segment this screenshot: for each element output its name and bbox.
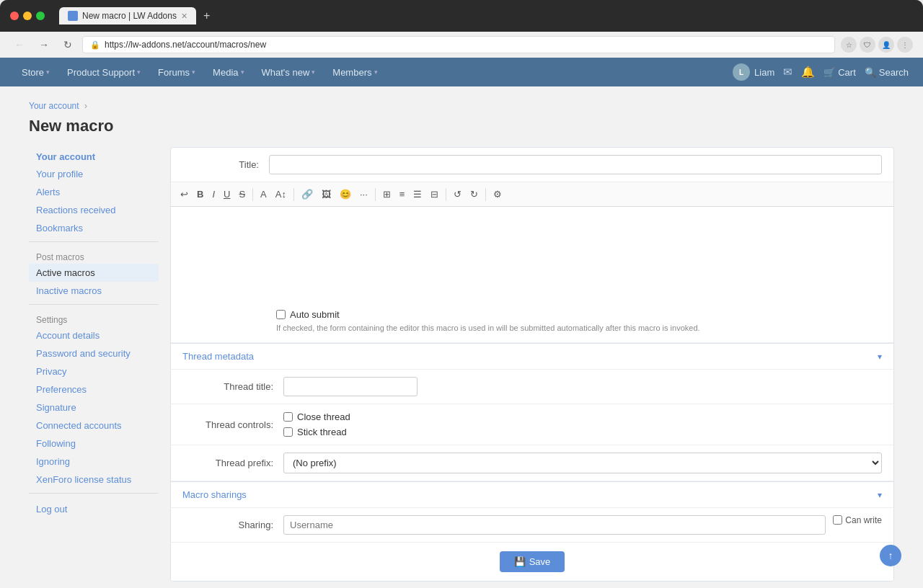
url-bar[interactable]: 🔒 https://lw-addons.net/account/macros/n…: [82, 36, 835, 53]
toolbar-image-button[interactable]: 🖼: [318, 187, 335, 202]
sidebar-item-xenforo-license[interactable]: XenForo license status: [29, 471, 159, 489]
stick-thread-label[interactable]: Stick thread: [297, 427, 347, 437]
chevron-down-icon: ▾: [192, 68, 195, 76]
sidebar-section-settings: Settings: [29, 309, 159, 326]
toolbar-bold-button[interactable]: B: [193, 187, 207, 202]
sidebar-item-password-security[interactable]: Password and security: [29, 344, 159, 362]
toolbar-grid-button[interactable]: ⊟: [427, 187, 442, 202]
thread-prefix-value: (No prefix): [283, 453, 882, 473]
toolbar-settings-button[interactable]: ⚙: [490, 187, 505, 202]
chevron-down-icon: ▾: [46, 68, 50, 76]
stick-thread-checkbox[interactable]: [283, 427, 293, 437]
chevron-down-icon: ▾: [374, 68, 378, 76]
toolbar-underline-button[interactable]: U: [220, 187, 234, 202]
thread-controls-row: Thread controls: Close thread: [171, 404, 893, 445]
toolbar-font-color-button[interactable]: A: [257, 187, 270, 202]
toolbar-table-button[interactable]: ⊞: [379, 187, 394, 202]
mail-icon[interactable]: ✉: [783, 66, 792, 79]
sidebar-item-profile[interactable]: Your profile: [29, 165, 159, 183]
sidebar-item-connected-accounts[interactable]: Connected accounts: [29, 416, 159, 435]
thread-title-input[interactable]: [283, 377, 418, 396]
save-button[interactable]: 💾 Save: [500, 551, 565, 572]
url-text: https://lw-addons.net/account/macros/new: [105, 40, 266, 50]
editor-body[interactable]: [171, 207, 893, 300]
close-button[interactable]: [10, 12, 19, 20]
cart-button[interactable]: 🛒 Cart: [823, 67, 856, 78]
toolbar-italic-button[interactable]: I: [208, 187, 218, 202]
page-title: New macro: [29, 117, 894, 135]
sidebar-item-signature[interactable]: Signature: [29, 398, 159, 416]
nav-store[interactable]: Store ▾: [14, 61, 57, 84]
sharing-username-input[interactable]: [283, 515, 826, 535]
sharing-value: Can write: [283, 515, 882, 535]
back-button[interactable]: ←: [10, 37, 29, 52]
sidebar-item-privacy[interactable]: Privacy: [29, 362, 159, 380]
new-tab-button[interactable]: +: [200, 9, 213, 22]
toolbar-align-button[interactable]: ≡: [396, 187, 409, 202]
toolbar-list-button[interactable]: ☰: [410, 187, 425, 202]
extension-button[interactable]: 🛡: [860, 37, 875, 53]
sidebar-divider-2: [29, 304, 159, 305]
toolbar-strikethrough-button[interactable]: S: [235, 187, 249, 202]
sidebar-item-ignoring[interactable]: Ignoring: [29, 453, 159, 471]
toolbar-emoji-button[interactable]: 😊: [336, 187, 355, 202]
active-tab[interactable]: New macro | LW Addons ✕: [59, 7, 196, 24]
toolbar-undo-button[interactable]: ↺: [450, 187, 465, 202]
macro-sharings-header[interactable]: Macro sharings ▾: [171, 481, 893, 507]
auto-submit-checkbox[interactable]: [276, 310, 286, 319]
macro-sharings-content: Sharing: Can write: [171, 507, 893, 543]
bookmark-button[interactable]: ☆: [841, 37, 857, 53]
breadcrumb-link[interactable]: Your account: [29, 101, 79, 111]
title-label: Title:: [182, 159, 269, 170]
thread-metadata-header[interactable]: Thread metadata ▾: [171, 343, 893, 369]
thread-prefix-select[interactable]: (No prefix): [283, 453, 882, 473]
thread-prefix-label: Thread prefix:: [182, 458, 283, 468]
sidebar-logout[interactable]: Log out: [29, 498, 159, 520]
sidebar-item-following[interactable]: Following: [29, 435, 159, 453]
minimize-button[interactable]: [23, 12, 32, 20]
forward-button[interactable]: →: [35, 37, 53, 52]
nav-forums[interactable]: Forums ▾: [151, 61, 203, 84]
bell-icon[interactable]: 🔔: [801, 66, 815, 79]
nav-whats-new[interactable]: What's new ▾: [255, 61, 323, 84]
menu-button[interactable]: ⋮: [897, 37, 913, 53]
close-thread-label[interactable]: Close thread: [297, 411, 350, 422]
search-button[interactable]: 🔍 Search: [865, 67, 909, 78]
sidebar-item-active-macros[interactable]: Active macros: [29, 264, 159, 282]
maximize-button[interactable]: [36, 12, 45, 20]
toolbar-font-size-button[interactable]: A↕: [272, 187, 290, 202]
nav-media[interactable]: Media ▾: [206, 61, 251, 84]
address-bar: ← → ↻ 🔒 https://lw-addons.net/account/ma…: [0, 32, 923, 58]
sidebar-item-reactions[interactable]: Reactions received: [29, 201, 159, 219]
reload-button[interactable]: ↻: [59, 37, 76, 52]
can-write-label[interactable]: Can write: [845, 515, 882, 525]
sidebar-item-account-details[interactable]: Account details: [29, 326, 159, 344]
sidebar-item-alerts[interactable]: Alerts: [29, 183, 159, 201]
sidebar-item-bookmarks[interactable]: Bookmarks: [29, 219, 159, 237]
nav-product-support[interactable]: Product Support ▾: [60, 61, 148, 84]
toolbar-separator-3: [375, 188, 376, 201]
sidebar-item-inactive-macros[interactable]: Inactive macros: [29, 282, 159, 300]
toolbar-more-button[interactable]: ···: [356, 187, 371, 202]
sharing-label: Sharing:: [182, 520, 283, 530]
sidebar-item-preferences[interactable]: Preferences: [29, 380, 159, 398]
auto-submit-label[interactable]: Auto submit: [290, 309, 340, 320]
tab-close-button[interactable]: ✕: [181, 12, 187, 21]
profile-button[interactable]: 👤: [878, 37, 894, 53]
user-menu[interactable]: L Liam: [733, 63, 774, 81]
thread-metadata-content: Thread title: Thread controls:: [171, 369, 893, 481]
chevron-down-icon: ▾: [241, 68, 244, 76]
title-input[interactable]: [269, 155, 882, 174]
toolbar-separator-5: [485, 188, 486, 201]
tab-favicon: [68, 11, 78, 21]
can-write-checkbox[interactable]: [833, 515, 842, 525]
close-thread-checkbox[interactable]: [283, 412, 293, 422]
toolbar-redo-button[interactable]: ↻: [467, 187, 482, 202]
thread-title-label: Thread title:: [182, 381, 283, 392]
thread-metadata-arrow-icon: ▾: [878, 352, 882, 362]
toolbar-undo-icon[interactable]: ↩: [177, 187, 192, 202]
toolbar-separator-4: [446, 188, 446, 201]
nav-members[interactable]: Members ▾: [325, 61, 384, 84]
scroll-to-top-button[interactable]: ↑: [880, 545, 901, 566]
toolbar-link-button[interactable]: 🔗: [298, 187, 317, 202]
